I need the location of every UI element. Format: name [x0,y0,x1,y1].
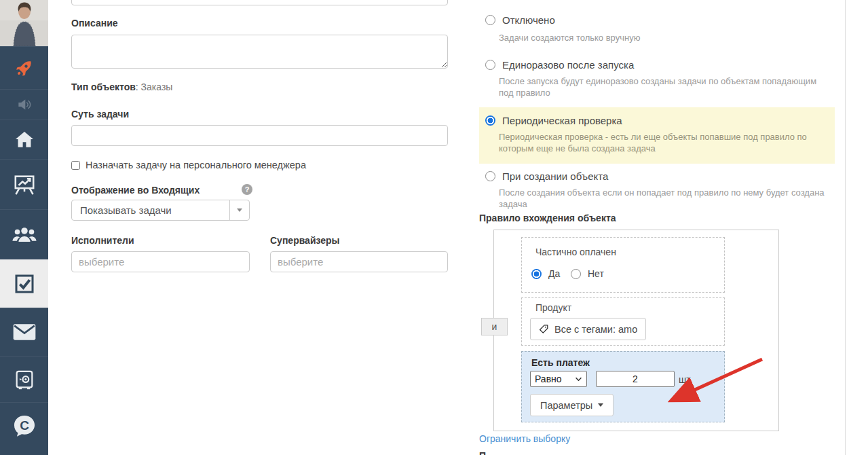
users-icon [10,224,39,246]
unit-label: шт [679,374,691,385]
select-arrow-segment [229,200,249,220]
condition-payment: Есть платеж Равно шт Параметры [521,351,725,422]
speaker-icon [16,96,33,113]
schedule-option-on-create[interactable]: При создании объекта [485,170,608,182]
sidebar-item-announce[interactable] [0,89,48,120]
right-divider [845,0,846,455]
help-icon[interactable]: ? [242,184,252,195]
executors-label: Исполнители [71,235,134,246]
schedule-option-label: Единоразово после запуска [502,59,634,71]
limit-selection-link[interactable]: Ограничить выборку [479,433,570,444]
sidebar-item-mail[interactable] [0,308,48,356]
rule-heading: Правило вхождения объекта [479,213,616,223]
inbox-display-select-value: Показывать задачи [72,204,229,216]
object-type-row: Тип объектов: Заказы [71,81,172,92]
object-type-value: Заказы [141,81,173,92]
schedule-option-label: Отключено [502,14,555,26]
task-subject-label: Суть задачи [71,109,129,120]
yes-label: Да [548,268,560,279]
rocket-icon [14,58,35,78]
and-connector-chip: и [481,318,508,335]
condition-title: Частично оплачен [535,247,616,257]
task-subject-input[interactable] [71,125,448,146]
schedule-option-label: Периодическая проверка [502,115,622,126]
sidebar-item-contacts[interactable] [0,209,48,259]
left-form-column: Описание Тип объектов: Заказы Суть задач… [71,0,448,455]
inbox-display-select[interactable]: Показывать задачи [71,200,250,221]
condition-title: Есть платеж [531,357,590,368]
radio-icon[interactable] [485,171,495,181]
cutoff-bottom-text: П [479,450,486,455]
chevron-down-icon [575,377,582,382]
parameters-label: Параметры [540,400,592,411]
schedule-option-label: При создании объекта [502,170,608,182]
schedule-option-periodic[interactable]: Периодическая проверка [485,115,622,126]
supervisors-input[interactable] [270,251,448,272]
sidebar-item-stats[interactable] [0,159,48,209]
safe-icon [13,368,36,391]
radio-icon[interactable] [571,269,581,279]
schedule-option-disabled[interactable]: Отключено [485,14,555,26]
tag-icon [539,324,549,334]
user-photo-avatar [0,0,48,46]
schedule-option-once[interactable]: Единоразово после запуска [485,59,634,71]
radio-icon[interactable] [485,15,495,25]
sidebar-item-chat[interactable]: C [0,402,48,449]
caret-down-icon [598,403,603,407]
envelope-icon [12,323,37,342]
chat-c-icon: C [12,413,37,439]
home-icon [13,129,36,151]
sidebar-item-vault[interactable] [0,356,48,402]
cutoff-top-input[interactable] [71,0,448,5]
sidebar-item-tasks[interactable] [0,259,48,308]
payment-count-input[interactable] [596,371,675,387]
inbox-display-label: Отображение во Входящих [71,185,200,196]
checkbox-icon [12,272,37,296]
condition-title: Продукт [535,302,571,313]
operator-value: Равно [535,374,562,384]
sidebar-item-home[interactable] [0,120,48,159]
user-avatar[interactable] [0,0,48,46]
sidebar-item-rocket[interactable] [0,46,48,89]
radio-checked-icon[interactable] [485,115,495,126]
schedule-option-periodic-highlight: Периодическая проверка Периодическая про… [479,107,835,164]
sidebar: C [0,0,48,455]
schedule-option-desc: После создания объекта если он попадает … [499,187,838,210]
schedule-option-desc: После запуска будут единоразово созданы … [499,75,818,98]
no-label: Нет [588,268,604,279]
chevron-down-icon [237,208,242,212]
parameters-button[interactable]: Параметры [530,394,614,416]
radio-icon[interactable] [485,60,495,70]
supervisors-label: Супервайзеры [270,235,340,246]
object-type-label: Тип объектов [71,81,136,92]
partially-paid-no[interactable]: Нет [571,268,604,279]
assign-manager-row: Назначать задачу на персонального менедж… [71,160,306,170]
schedule-option-desc: Периодическая проверка - есть ли еще объ… [499,131,833,154]
object-type-separator: : [136,81,141,92]
partially-paid-yes[interactable]: Да [531,268,560,279]
assign-manager-checkbox[interactable] [71,161,80,170]
description-textarea[interactable] [71,35,448,69]
executors-input[interactable] [71,251,250,272]
and-connector-label: и [492,321,497,332]
condition-partially-paid: Частично оплачен Да Нет [521,237,725,293]
condition-product: Продукт Все с тегами: amo [521,297,725,346]
schedule-option-desc: Задачи создаются только вручную [499,32,640,43]
radio-checked-icon[interactable] [531,269,542,279]
presentation-chart-icon [12,172,37,197]
page: C Описание Тип объектов: Заказы Суть зад… [0,0,868,455]
product-tags-label: Все с тегами: amo [554,324,637,335]
product-tags-button[interactable]: Все с тегами: amo [530,318,646,340]
assign-manager-label: Назначать задачу на персонального менедж… [86,160,306,170]
rule-builder-box: Частично оплачен Да Нет Продукт [493,230,779,431]
operator-select[interactable]: Равно [530,371,587,387]
description-label: Описание [71,18,118,29]
svg-text:C: C [20,418,29,433]
right-settings-column: Отключено Задачи создаются только вручну… [479,0,835,455]
